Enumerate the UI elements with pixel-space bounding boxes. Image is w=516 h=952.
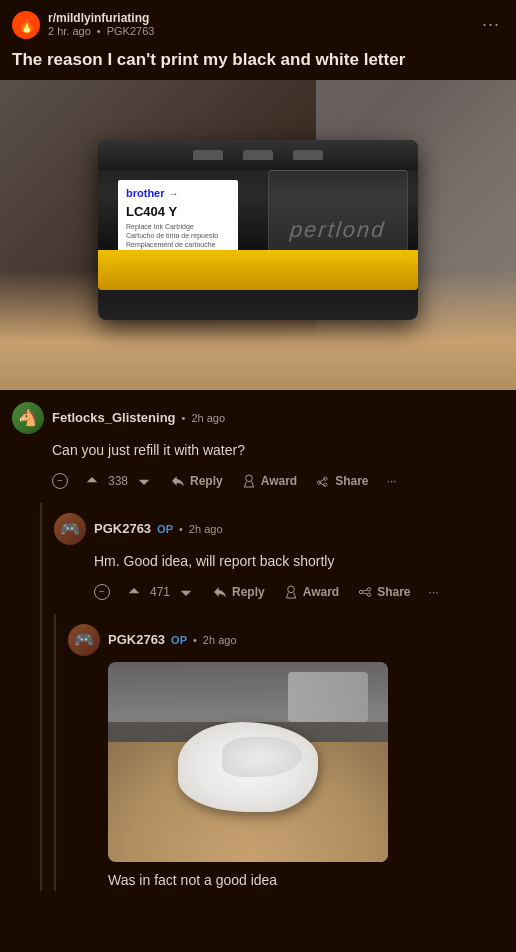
svg-point-1 <box>287 586 294 593</box>
comment-text-1: Can you just refill it with water? <box>12 440 504 461</box>
avatar-pgk-1: 🎮 <box>54 513 86 545</box>
comment-text-3: Was in fact not a good idea <box>68 870 504 891</box>
svg-line-5 <box>363 590 368 591</box>
post-image: brother → LC404 Y Replace Ink CartridgeC… <box>0 80 516 390</box>
vote-section-2: 471 <box>124 580 196 604</box>
post-meta: r/mildlyinfuriating 2 hr. ago • PGK2763 <box>48 11 154 39</box>
comment-time-1: 2h ago <box>191 412 225 424</box>
upvote-button-2[interactable] <box>124 580 144 604</box>
comment-image <box>108 662 388 862</box>
vote-count-1: 338 <box>108 474 128 488</box>
award-button-2[interactable]: Award <box>281 580 341 604</box>
more-button-1[interactable]: ··· <box>385 470 399 492</box>
username-pgk-2[interactable]: PGK2763 <box>108 632 165 647</box>
nested-comment-wrapper-2: 🎮 PGK2763 OP • 2h ago <box>54 614 504 891</box>
more-button-2[interactable]: ··· <box>427 581 441 603</box>
post-time: 2 hr. ago <box>48 25 91 38</box>
cartridge-body: brother → LC404 Y Replace Ink CartridgeC… <box>98 140 418 320</box>
collapse-button-2[interactable]: − <box>94 584 110 600</box>
comments-section: 🐴 Fetlocks_Glistening • 2h ago Can you j… <box>0 390 516 915</box>
post-more-button[interactable]: ··· <box>478 10 504 39</box>
comment-text-2: Hm. Good idea, will report back shortly <box>54 551 504 572</box>
avatar-fetlocks: 🐴 <box>12 402 44 434</box>
username-fetlocks[interactable]: Fetlocks_Glistening <box>52 410 176 425</box>
vote-count-2: 471 <box>150 585 170 599</box>
comment-actions-2: − 471 Reply <box>54 580 504 604</box>
svg-line-6 <box>363 593 368 594</box>
username-pgk-1[interactable]: PGK2763 <box>94 521 151 536</box>
comment-time-3: 2h ago <box>203 634 237 646</box>
op-badge-2: OP <box>171 634 187 646</box>
comment-block-3: 🎮 PGK2763 OP • 2h ago <box>68 614 504 891</box>
post-author: PGK2763 <box>107 25 155 38</box>
comment-actions-1: − 338 Reply Award Share <box>12 469 504 493</box>
cartridge-description: Replace Ink CartridgeCartucho de tinta d… <box>126 222 230 249</box>
svg-point-3 <box>360 590 363 593</box>
reply-button-2[interactable]: Reply <box>210 580 267 604</box>
award-button-1[interactable]: Award <box>239 469 299 493</box>
svg-point-2 <box>368 588 371 591</box>
comment-block-2: 🎮 PGK2763 OP • 2h ago Hm. Good idea, wil… <box>54 503 504 891</box>
share-button-1[interactable]: Share <box>313 469 370 493</box>
subreddit-icon[interactable]: 🔥 <box>12 11 40 39</box>
downvote-button-2[interactable] <box>176 580 196 604</box>
share-button-2[interactable]: Share <box>355 580 412 604</box>
avatar-pgk-2: 🎮 <box>68 624 100 656</box>
comment-block-1: 🐴 Fetlocks_Glistening • 2h ago Can you j… <box>0 390 516 891</box>
collapse-button-1[interactable]: − <box>52 473 68 489</box>
op-badge-1: OP <box>157 523 173 535</box>
upvote-button-1[interactable] <box>82 469 102 493</box>
svg-point-4 <box>368 593 371 596</box>
comment-time-2: 2h ago <box>189 523 223 535</box>
downvote-button-1[interactable] <box>134 469 154 493</box>
vote-section-1: 338 <box>82 469 154 493</box>
subreddit-name[interactable]: r/mildlyinfuriating <box>48 11 154 25</box>
nested-comment-wrapper-1: 🎮 PGK2763 OP • 2h ago Hm. Good idea, wil… <box>40 503 504 891</box>
svg-point-0 <box>245 475 252 482</box>
post-title: The reason I can't print my black and wh… <box>0 43 516 80</box>
reply-button-1[interactable]: Reply <box>168 469 225 493</box>
post-header: 🔥 r/mildlyinfuriating 2 hr. ago • PGK276… <box>0 0 516 43</box>
